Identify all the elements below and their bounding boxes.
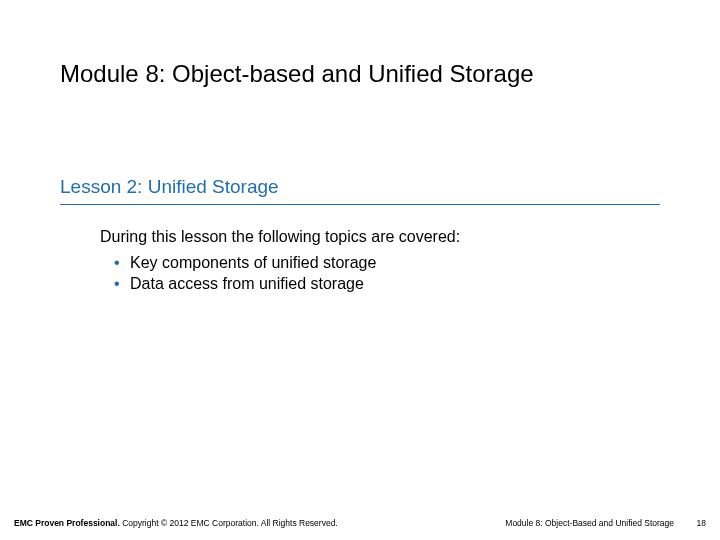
list-item: Key components of unified storage <box>100 252 660 274</box>
module-title: Module 8: Object-based and Unified Stora… <box>60 60 580 89</box>
footer-rights: Copyright © 2012 EMC Corporation. All Ri… <box>120 518 338 528</box>
footer-brand: EMC Proven Professional. <box>14 518 120 528</box>
heading-divider <box>60 204 660 205</box>
slide: Module 8: Object-based and Unified Stora… <box>0 0 720 540</box>
lesson-heading: Lesson 2: Unified Storage <box>60 176 660 204</box>
lesson-heading-block: Lesson 2: Unified Storage <box>60 176 660 205</box>
page-number: 18 <box>697 518 706 528</box>
footer-module: Module 8: Object-Based and Unified Stora… <box>505 518 674 528</box>
list-item: Data access from unified storage <box>100 273 660 295</box>
bullet-list: Key components of unified storage Data a… <box>100 252 660 295</box>
intro-line: During this lesson the following topics … <box>100 226 660 248</box>
footer-copyright: EMC Proven Professional. Copyright © 201… <box>14 518 338 528</box>
body-text: During this lesson the following topics … <box>100 226 660 295</box>
